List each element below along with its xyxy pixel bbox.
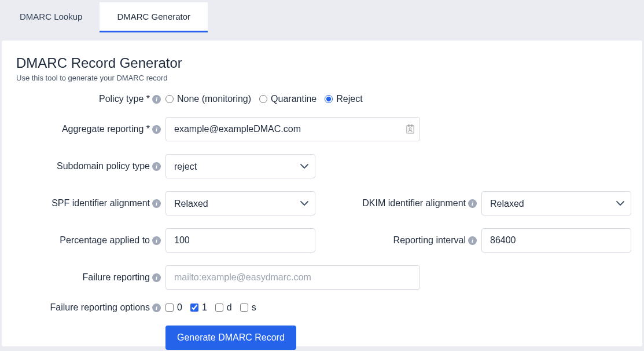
info-icon[interactable]: i	[152, 199, 161, 208]
subdomain-select[interactable]: reject	[165, 154, 315, 178]
opt-s-input[interactable]	[240, 304, 248, 312]
interval-label: Reporting interval	[393, 235, 466, 246]
spf-label: SPF identifier alignment	[51, 198, 150, 209]
tab-lookup[interactable]: DMARC Lookup	[2, 2, 100, 32]
opt-s-label: s	[252, 302, 256, 313]
policy-quarantine-input[interactable]	[259, 95, 267, 103]
page-title: DMARC Record Generator	[16, 55, 628, 71]
opt-1-input[interactable]	[190, 304, 198, 312]
dkim-select[interactable]: Relaxed	[481, 191, 631, 215]
policy-reject-label: Reject	[336, 94, 362, 104]
failure-label: Failure reporting	[83, 272, 150, 283]
spf-select[interactable]: Relaxed	[165, 191, 315, 215]
policy-reject-radio[interactable]: Reject	[325, 94, 362, 104]
page-subtitle: Use this tool to generate your DMARC rec…	[16, 74, 628, 82]
opt-s-checkbox[interactable]: s	[240, 302, 256, 313]
policy-none-input[interactable]	[165, 95, 174, 103]
opt-0-label: 0	[177, 302, 182, 313]
info-icon[interactable]: i	[468, 199, 477, 208]
aggregate-label: Aggregate reporting *	[62, 124, 150, 134]
generator-card: DMARC Record Generator Use this tool to …	[2, 41, 642, 346]
opt-1-checkbox[interactable]: 1	[190, 302, 207, 313]
info-icon[interactable]: i	[152, 304, 161, 312]
opt-d-input[interactable]	[215, 304, 223, 312]
opt-0-checkbox[interactable]: 0	[165, 302, 182, 313]
opt-d-checkbox[interactable]: d	[215, 302, 232, 313]
info-icon[interactable]: i	[152, 162, 161, 171]
failure-options-group: 0 1 d s	[165, 302, 256, 313]
percentage-input[interactable]	[165, 228, 315, 253]
policy-none-radio[interactable]: None (monitoring)	[165, 94, 251, 104]
dkim-label: DKIM identifier alignment	[362, 198, 466, 209]
policy-quarantine-radio[interactable]: Quarantine	[259, 94, 317, 104]
opt-0-input[interactable]	[165, 304, 174, 312]
info-icon[interactable]: i	[152, 273, 161, 282]
generate-button[interactable]: Generate DMARC Record	[165, 326, 296, 350]
percentage-label: Percentage applied to	[60, 235, 150, 246]
interval-input[interactable]	[481, 228, 631, 253]
policy-reject-input[interactable]	[325, 95, 333, 103]
subdomain-label: Subdomain policy type	[57, 161, 150, 171]
info-icon[interactable]: i	[152, 236, 161, 245]
tab-generator[interactable]: DMARC Generator	[100, 2, 208, 32]
opt-d-label: d	[227, 302, 232, 313]
failure-options-label: Failure reporting options	[50, 302, 150, 313]
info-icon[interactable]: i	[152, 125, 161, 134]
opt-1-label: 1	[202, 302, 207, 313]
tab-bar: DMARC Lookup DMARC Generator	[0, 0, 644, 32]
info-icon[interactable]: i	[468, 236, 477, 245]
policy-quarantine-label: Quarantine	[271, 94, 317, 104]
policy-type-label: Policy type *	[99, 94, 150, 104]
info-icon[interactable]: i	[152, 95, 161, 104]
policy-none-label: None (monitoring)	[177, 94, 251, 104]
failure-input[interactable]	[165, 265, 420, 290]
policy-radio-group: None (monitoring) Quarantine Reject	[165, 94, 363, 104]
aggregate-input[interactable]	[165, 117, 420, 141]
